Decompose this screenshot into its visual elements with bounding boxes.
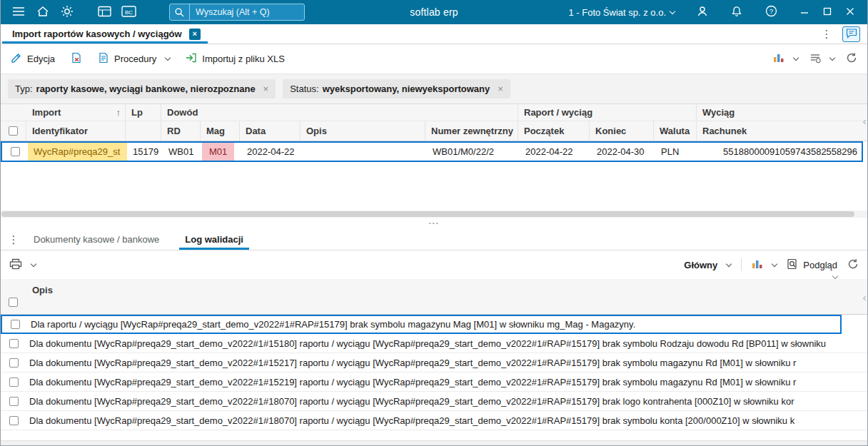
- filter-remove-button[interactable]: ×: [263, 83, 269, 94]
- col-rd[interactable]: RD: [161, 121, 201, 141]
- company-selector[interactable]: 1 - Foto Świat sp. z o.o.: [568, 7, 675, 18]
- col-mag[interactable]: Mag: [201, 121, 240, 141]
- svg-text:?: ?: [769, 7, 772, 15]
- filter-chip-typ[interactable]: Typ: raporty kasowe, wyciągi bankowe, ni…: [8, 79, 276, 98]
- print-button[interactable]: [9, 258, 36, 272]
- bottom-toolbar: Główny Podgląd: [1, 250, 867, 279]
- close-button[interactable]: [839, 0, 862, 24]
- person-icon: [697, 6, 708, 19]
- refresh-button-bottom[interactable]: [847, 258, 859, 272]
- procedures-button[interactable]: Procedury: [98, 52, 170, 66]
- col-group-lp[interactable]: Lp: [126, 104, 161, 121]
- scroll-left-indicator-bottom[interactable]: ‹: [862, 292, 867, 303]
- col-koniec[interactable]: Koniec: [590, 121, 654, 141]
- notifications-button[interactable]: [725, 0, 749, 24]
- preview-button[interactable]: Podgląd: [787, 258, 837, 272]
- refresh-button[interactable]: [846, 52, 857, 66]
- filter-chip-status[interactable]: Status: wyeksportowany, niewyeksportowan…: [283, 79, 510, 98]
- cell-rachunek: 55188000091059743582558296: [698, 143, 864, 161]
- app-title: softlab erp: [410, 6, 458, 18]
- search-box[interactable]: [169, 4, 305, 21]
- scrollbar-thumb[interactable]: [1, 211, 854, 217]
- col-data[interactable]: Data: [240, 121, 301, 141]
- home-button[interactable]: [31, 0, 55, 24]
- tab-log-walidacji[interactable]: Log walidacji: [172, 229, 256, 250]
- cell-rd: WB01: [163, 143, 202, 161]
- workspaces-icon: [98, 6, 111, 19]
- col-identyfikator[interactable]: Identyfikator: [26, 121, 126, 141]
- gear-icon: [61, 5, 74, 20]
- log-row[interactable]: Dla dokumentu [WycRap#preqa29_start_demo…: [1, 392, 867, 411]
- col-numer-zewnetrzny[interactable]: Numer zewnętrzny: [425, 121, 518, 141]
- row-checkbox[interactable]: [9, 339, 19, 348]
- horizontal-scrollbar[interactable]: [1, 211, 867, 218]
- col-opis-bottom[interactable]: Opis: [32, 285, 53, 295]
- chart-view-button[interactable]: [773, 53, 798, 65]
- log-message: Dla raportu / wyciągu [WycRap#preqa29_st…: [28, 319, 840, 330]
- panel-menu-button[interactable]: ⋮: [6, 233, 21, 246]
- chat-button[interactable]: [842, 26, 860, 42]
- splitter-handle[interactable]: ⋯: [1, 218, 867, 229]
- filter-remove-button[interactable]: ×: [498, 83, 503, 94]
- hamburger-icon: [12, 6, 25, 19]
- filter-value: wyeksportowany, niewyeksportowany: [323, 83, 490, 94]
- filter-label: Status:: [290, 83, 318, 94]
- row-checkbox[interactable]: [11, 320, 20, 329]
- col-group-dowod[interactable]: Dowód: [161, 104, 518, 121]
- user-button[interactable]: [690, 0, 715, 24]
- search-input[interactable]: [190, 7, 305, 17]
- pencil-icon: [11, 52, 22, 66]
- menu-button[interactable]: [6, 0, 31, 24]
- col-opis[interactable]: Opis: [301, 121, 425, 141]
- cell-identyfikator: WycRap#preqa29_st: [28, 143, 127, 161]
- log-message: Dla dokumentu [WycRap#preqa29_start_demo…: [26, 377, 867, 387]
- comment-icon: [846, 28, 857, 41]
- import-xls-button[interactable]: Importuj z pliku XLS: [186, 52, 285, 66]
- tab-menu-button[interactable]: ⋮: [819, 28, 834, 41]
- help-button[interactable]: ?: [759, 0, 783, 24]
- cell-mag: M01: [202, 143, 241, 161]
- col-waluta[interactable]: Waluta: [654, 121, 697, 141]
- col-group-wyciag[interactable]: Wyciąg: [697, 104, 863, 121]
- col-group-import[interactable]: Import ↑: [26, 104, 126, 121]
- col-poczatek[interactable]: Początek: [518, 121, 590, 141]
- svg-text:BC: BC: [124, 9, 132, 15]
- maximize-button[interactable]: [816, 0, 839, 24]
- maximize-icon: [823, 7, 832, 18]
- row-checkbox[interactable]: [9, 358, 19, 368]
- log-message: Dla dokumentu [WycRap#preqa29_start_demo…: [26, 396, 867, 407]
- view-settings-button[interactable]: [809, 52, 834, 66]
- cell-opis: [302, 143, 427, 161]
- tab-import-raportow[interactable]: Import raportów kasowych / wyciągów ×: [1, 24, 209, 44]
- log-row[interactable]: Dla dokumentu [WycRap#preqa29_start_demo…: [1, 411, 867, 430]
- settings-button[interactable]: [55, 0, 79, 24]
- horizontal-scrollbar-bottom[interactable]: [1, 440, 867, 445]
- workspaces-button[interactable]: [92, 0, 116, 24]
- chevron-down-icon: [793, 55, 799, 61]
- log-row[interactable]: Dla raportu / wyciągu [WycRap#preqa29_st…: [1, 315, 842, 334]
- log-row[interactable]: Dla dokumentu [WycRap#preqa29_start_demo…: [1, 334, 867, 353]
- chart-view-button-bottom[interactable]: [752, 259, 777, 271]
- view-selector[interactable]: Główny: [684, 260, 731, 270]
- table-row[interactable]: WycRap#preqa29_st 15179 WB01 M01 2022-04…: [1, 141, 863, 162]
- home-icon: [36, 6, 49, 19]
- tab-close-button[interactable]: ×: [189, 29, 201, 40]
- log-row[interactable]: Dla dokumentu [WycRap#preqa29_start_demo…: [1, 372, 867, 392]
- log-row[interactable]: Dla dokumentu [WycRap#preqa29_start_demo…: [1, 353, 867, 372]
- minimize-button[interactable]: [793, 0, 816, 24]
- row-checkbox[interactable]: [9, 397, 19, 406]
- select-all-checkbox[interactable]: [9, 126, 18, 136]
- tab-dokumenty-kasowe[interactable]: Dokumenty kasowe / bankowe: [21, 229, 172, 250]
- bc-button[interactable]: BC: [116, 0, 141, 24]
- col-group-raport[interactable]: Raport / wyciąg: [518, 104, 697, 121]
- delete-button[interactable]: [71, 52, 82, 66]
- row-checkbox[interactable]: [9, 377, 19, 387]
- edit-button[interactable]: Edycja: [11, 52, 55, 66]
- cell-koniec: 2022-04-30: [591, 143, 655, 161]
- col-rachunek[interactable]: Rachunek: [697, 121, 863, 141]
- view-selector-label: Główny: [684, 260, 717, 270]
- row-checkbox[interactable]: [11, 147, 20, 156]
- row-checkbox[interactable]: [9, 416, 19, 425]
- select-all-checkbox-bottom[interactable]: [9, 298, 18, 307]
- scroll-left-indicator[interactable]: ‹: [862, 116, 867, 127]
